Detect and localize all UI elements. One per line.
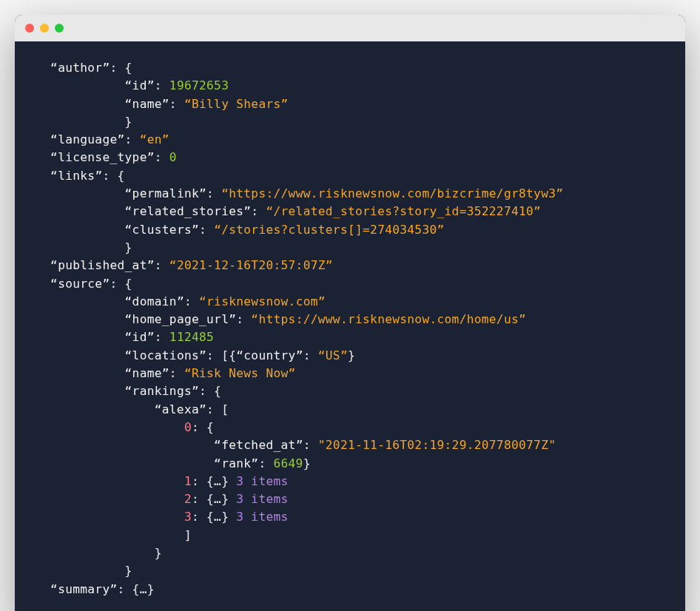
close-icon[interactable] [25,24,34,33]
key-author: author [50,61,110,75]
key-alexa: alexa [155,402,206,416]
value-related-stories: /related_stories?story_id=352227410 [266,204,541,218]
key-domain: domain [125,294,184,308]
key-language: language [50,132,124,146]
collapsed-obj-3[interactable]: {…} [206,510,229,524]
collapsed-obj-2[interactable]: {…} [206,492,229,506]
alexa-index-3[interactable]: 3 [184,510,192,524]
value-clusters: /stories?clusters[]=274034530 [214,223,444,237]
collapsed-count-1: 3 items [236,474,288,488]
key-rank: rank [214,456,258,470]
minimize-icon[interactable] [40,24,49,33]
maximize-icon[interactable] [55,24,64,33]
key-license-type: license_type [50,150,155,164]
alexa-index-0[interactable]: 0 [184,420,192,434]
key-home-page-url: home_page_url [125,312,237,326]
value-published-at: 2021-12-16T20:57:07Z [169,258,333,272]
terminal-window: author: { id: 19672653 name: Billy Shear… [15,15,685,611]
key-links: links [50,169,102,183]
key-author-name: name [125,97,169,111]
window-titlebar [15,15,685,41]
value-language: en [140,132,169,146]
alexa-index-1[interactable]: 1 [184,474,192,488]
collapsed-obj-1[interactable]: {…} [206,474,229,488]
key-permalink: permalink [125,186,207,200]
key-fetched-at: fetched_at [214,438,303,452]
value-permalink: https://www.risknewsnow.com/bizcrime/gr8… [221,186,563,200]
value-license-type: 0 [169,150,177,164]
key-clusters: clusters [125,223,199,237]
collapsed-count-3: 3 items [236,510,288,524]
alexa-index-2[interactable]: 2 [184,492,192,506]
key-source: source [50,277,110,291]
key-related-stories: related_stories [125,204,252,218]
key-author-id: id [125,78,155,92]
value-fetched-at: "2021-11-16T02:19:29.207780077Z" [318,438,556,452]
collapsed-count-2: 3 items [236,492,288,506]
value-source-id: 112485 [169,330,214,344]
value-source-name: Risk News Now [184,366,296,380]
value-rank: 6649 [273,456,303,470]
value-author-id: 19672653 [169,78,229,92]
value-country: US [318,348,348,362]
key-published-at: published_at [50,258,155,272]
key-source-name: name [125,366,169,380]
value-domain: risknewsnow.com [199,294,326,308]
key-locations: locations [125,348,207,362]
value-author-name: Billy Shears [184,97,289,111]
value-home-page-url: https://www.risknewsnow.com/home/us [251,312,526,326]
key-country: country [236,348,303,362]
json-content: author: { id: 19672653 name: Billy Shear… [15,41,685,611]
key-summary: summary [50,582,117,596]
key-rankings: rankings [125,384,199,398]
key-source-id: id [125,330,155,344]
collapsed-summary[interactable]: {…} [132,582,155,596]
